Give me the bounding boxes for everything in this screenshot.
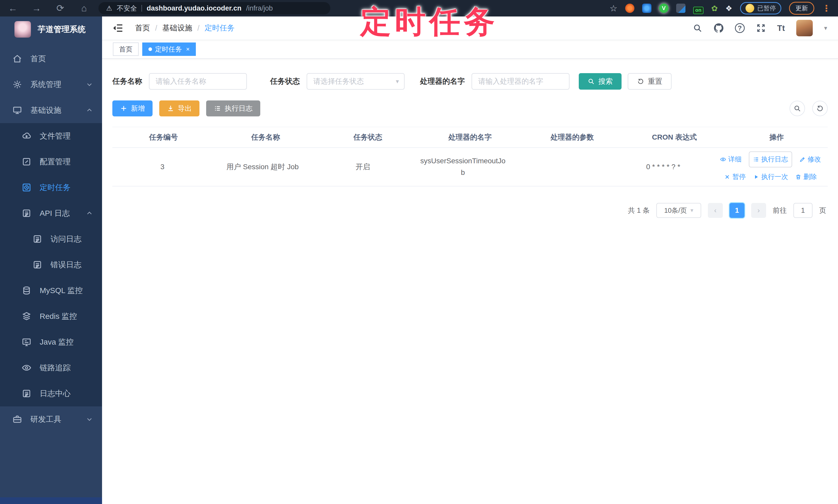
sidebar-fold-icon[interactable] — [113, 23, 124, 34]
sidebar-item-mysql[interactable]: MySQL 监控 — [0, 277, 102, 303]
on-badge[interactable]: on — [693, 7, 703, 14]
prev-page-button[interactable]: ‹ — [708, 203, 723, 218]
run-once-link[interactable]: 执行一次 — [753, 172, 788, 182]
app-title: 芋道管理系统 — [38, 24, 86, 35]
breadcrumb-current: 定时任务 — [205, 23, 234, 33]
bookmark-star-icon[interactable]: ☆ — [609, 3, 617, 13]
paused-chip[interactable]: 已暂停 — [740, 2, 781, 14]
sidebar-item-file-mgmt[interactable]: 文件管理 — [0, 123, 102, 149]
gear-icon — [12, 79, 22, 89]
sidebar-item-scheduled-jobs[interactable]: 定时任务 — [0, 175, 102, 200]
help-icon[interactable]: ? — [735, 23, 745, 33]
page-size-select[interactable]: 10条/页 ▾ — [656, 203, 701, 218]
monitor-icon — [12, 105, 22, 115]
sidebar-item-redis[interactable]: Redis 监控 — [0, 303, 102, 329]
list-icon — [214, 105, 221, 112]
browser-menu-kebab-icon[interactable]: ⋮ — [822, 3, 831, 13]
chevron-down-icon — [86, 416, 93, 422]
browser-forward-icon[interactable]: → — [31, 3, 42, 14]
app-logo-row[interactable]: 芋道管理系统 — [0, 17, 102, 42]
active-tag-dot — [149, 48, 152, 51]
cell-handler-name: sysUserSessionTimeoutJob — [413, 152, 513, 182]
col-job-name: 任务名称 — [215, 132, 317, 142]
extension-grid-icon[interactable] — [676, 4, 685, 13]
reset-button[interactable]: 重置 — [628, 73, 671, 90]
tag-home[interactable]: 首页 — [113, 42, 139, 56]
sidebar-item-tracing[interactable]: 链路追踪 — [0, 355, 102, 381]
job-status-label: 任务状态 — [270, 76, 300, 87]
extensions-puzzle-icon[interactable]: ❖ — [726, 4, 732, 13]
sidebar-item-api-log[interactable]: API 日志 — [0, 200, 102, 226]
detail-link[interactable]: 详细 — [720, 154, 741, 165]
app-logo — [14, 21, 31, 38]
sidebar-item-home[interactable]: 首页 — [0, 46, 102, 72]
goto-page-input[interactable] — [793, 203, 813, 218]
current-page-button[interactable]: 1 — [730, 203, 745, 218]
extension-leaf-icon[interactable]: ✿ — [711, 4, 718, 13]
tag-close-icon[interactable]: × — [186, 46, 190, 53]
add-button[interactable]: 新增 — [112, 101, 153, 116]
breadcrumb-home[interactable]: 首页 — [135, 23, 150, 33]
sidebar-item-java[interactable]: Java 监控 — [0, 329, 102, 355]
search-icon[interactable] — [693, 23, 702, 33]
cell-cron: 0 * * * * ? * — [613, 158, 713, 176]
cell-job-id: 3 — [112, 158, 213, 176]
table-row: 3 用户 Session 超时 Job 开启 sysUserSessionTim… — [112, 148, 828, 186]
pause-link[interactable]: 暂停 — [724, 172, 746, 182]
home-icon — [12, 54, 22, 64]
execution-log-button[interactable]: 执行日志 — [206, 101, 260, 116]
extension-blue-icon[interactable] — [642, 4, 651, 13]
font-size-icon[interactable]: Tt — [777, 23, 785, 33]
url-domain: dashboard.yudao.iocoder.cn — [146, 4, 242, 12]
eye-icon — [22, 363, 32, 373]
log-edit-icon — [22, 208, 32, 218]
tags-view-bar: 首页 定时任务 × — [102, 40, 838, 59]
goto-label: 前往 — [773, 206, 787, 215]
next-page-button[interactable]: › — [751, 203, 766, 218]
row-execution-log-link[interactable]: 执行日志 — [749, 151, 792, 167]
cell-job-status: 开启 — [313, 158, 413, 176]
not-secure-warning-icon: ⚠ — [106, 4, 112, 12]
update-button[interactable]: 更新 — [789, 2, 814, 15]
browser-back-icon[interactable]: ← — [7, 3, 19, 14]
avatar-caret-down-icon[interactable]: ▾ — [824, 24, 827, 32]
sidebar-item-dev-tools[interactable]: 研发工具 — [0, 407, 102, 432]
refresh-button[interactable] — [812, 101, 828, 116]
browser-reload-icon[interactable]: ⟳ — [55, 3, 66, 14]
browser-home-icon[interactable]: ⌂ — [78, 3, 90, 14]
sidebar-item-config-mgmt[interactable]: 配置管理 — [0, 149, 102, 175]
search-button[interactable]: 搜索 — [579, 73, 622, 90]
jobs-table: 任务编号 任务名称 任务状态 处理器的名字 处理器的参数 CRON 表达式 操作… — [112, 127, 828, 186]
database-icon — [22, 286, 32, 295]
user-avatar[interactable] — [796, 20, 813, 36]
github-icon[interactable] — [714, 23, 723, 33]
extension-orange-icon[interactable] — [625, 4, 634, 13]
sidebar-item-log-center[interactable]: 日志中心 — [0, 381, 102, 407]
browser-toolbar: ← → ⟳ ⌂ ⚠ 不安全 dashboard.yudao.iocoder.cn… — [0, 0, 838, 17]
extension-green-icon[interactable]: V — [659, 4, 668, 13]
sidebar-item-access-log[interactable]: 访问日志 — [0, 226, 102, 252]
page-header: 首页 / 基础设施 / 定时任务 ? Tt ▾ — [102, 17, 838, 40]
sidebar-item-system[interactable]: 系统管理 — [0, 72, 102, 97]
fullscreen-icon[interactable] — [756, 23, 766, 33]
table-header-row: 任务编号 任务名称 任务状态 处理器的名字 处理器的参数 CRON 表达式 操作 — [112, 127, 828, 148]
job-name-input[interactable] — [149, 73, 247, 90]
cell-job-name: 用户 Session 超时 Job — [213, 158, 313, 176]
toggle-search-button[interactable] — [789, 101, 805, 116]
address-bar[interactable]: ⚠ 不安全 dashboard.yudao.iocoder.cn /infra/… — [99, 2, 330, 14]
update-label: 更新 — [796, 4, 808, 12]
sidebar-item-infra[interactable]: 基础设施 — [0, 97, 102, 123]
sidebar-item-error-log[interactable]: 错误日志 — [0, 252, 102, 277]
breadcrumb-infra[interactable]: 基础设施 — [162, 23, 192, 33]
cloud-upload-icon — [22, 131, 32, 141]
handler-name-input[interactable] — [472, 73, 570, 90]
download-icon — [167, 105, 174, 112]
log-edit-icon — [22, 389, 32, 398]
sidebar-bottom-strip — [0, 497, 102, 504]
not-secure-label: 不安全 — [117, 4, 137, 13]
job-status-select[interactable]: 请选择任务状态 ▾ — [307, 73, 405, 90]
export-button[interactable]: 导出 — [159, 101, 199, 116]
edit-link[interactable]: 修改 — [799, 154, 821, 165]
tag-scheduled-jobs[interactable]: 定时任务 × — [142, 42, 196, 56]
delete-link[interactable]: 删除 — [795, 172, 817, 182]
